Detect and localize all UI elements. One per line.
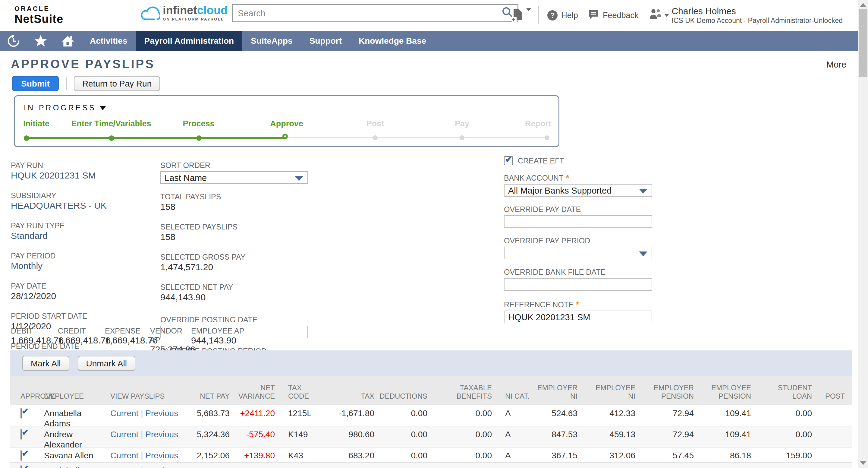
recent-records-icon[interactable] (0, 31, 27, 51)
override-bank-file-date-label: OVERRIDE BANK FILE DATE (504, 267, 652, 277)
search-input[interactable] (233, 8, 502, 19)
table-row: ✔ Daniel Allen Current | Previous 604.15… (10, 462, 852, 468)
scrollbar-thumb[interactable] (859, 9, 867, 77)
pay-run-value[interactable]: HQUK 20201231 SM (11, 170, 107, 181)
users-icon (648, 8, 662, 23)
sort-order-value: Last Name (161, 172, 307, 184)
infinetcloud-logo[interactable]: infinetcloud ON PLATFORM PAYROLL (140, 4, 227, 25)
scroll-down-arrow-icon[interactable] (860, 461, 866, 465)
employee-pension-value: 109.41 (695, 427, 752, 450)
eft-fields-right: ✔ CREATE EFT BANK ACCOUNT* All Major Ban… (504, 156, 652, 323)
feedback-label: Feedback (603, 11, 639, 20)
current-payslip-link[interactable]: Current (110, 409, 138, 418)
col-approve: APPROVE (10, 376, 44, 405)
button-divider (66, 77, 67, 90)
previous-payslip-link[interactable]: Previous (145, 430, 178, 439)
override-pay-date-input[interactable] (504, 215, 652, 228)
sort-order-label: SORT ORDER (160, 160, 308, 170)
shortcuts-star-icon[interactable] (27, 31, 54, 51)
net-pay-value: 5,683.73 (186, 405, 231, 429)
approve-checkbox[interactable]: ✔ (21, 450, 22, 461)
step-label-pay: Pay (455, 119, 469, 128)
sort-order-caret-icon (295, 176, 303, 181)
employee-ap-label: EMPLOYEE AP (191, 326, 244, 335)
create-new-icon[interactable] (511, 8, 531, 23)
net-pay-value: 2,152.06 (186, 447, 231, 462)
previous-payslip-link[interactable]: Previous (145, 409, 178, 418)
pay-run-progress-panel: IN PROGRESS Initiate Enter Time/Variable… (14, 95, 559, 147)
approve-checkbox[interactable]: ✔ (21, 465, 22, 468)
selected-gross-label: SELECTED GROSS PAY (160, 252, 308, 262)
user-role-menu[interactable]: Charles Holmes ICS UK Demo Account - Pay… (648, 6, 843, 25)
pay-date-label: PAY DATE (11, 281, 107, 291)
net-variance-value: +139.80 (231, 447, 276, 462)
nav-item-support[interactable]: Support (301, 31, 350, 51)
employee-name: Savana Allen (44, 447, 110, 462)
col-tax-code: TAXCODE (276, 376, 333, 405)
selected-payslips-value: 158 (160, 232, 308, 242)
return-to-pay-run-button[interactable]: Return to Pay Run (74, 76, 160, 91)
net-variance-value: +2411.20 (231, 405, 276, 429)
nav-item-activities[interactable]: Activities (82, 31, 136, 51)
employee-name: Andrew Alexander (44, 427, 110, 450)
current-payslip-link[interactable]: Current (110, 430, 138, 439)
feedback-menu[interactable]: Feedback (588, 9, 639, 22)
step-dot-pay (460, 136, 464, 140)
ni-cat-value: A (493, 463, 529, 468)
col-employee-pension: EMPLOYEEPENSION (695, 376, 752, 405)
col-net-variance: NETVARIANCE (231, 376, 276, 405)
global-search (232, 4, 518, 22)
tax-code-value: 1250L (276, 463, 333, 468)
subsidiary-value[interactable]: HEADQUARTERS - UK (11, 200, 107, 211)
override-bank-file-date-input[interactable] (504, 278, 652, 291)
previous-payslip-link[interactable]: Previous (145, 451, 178, 460)
progress-status[interactable]: IN PROGRESS (24, 104, 106, 112)
scroll-up-arrow-icon[interactable] (860, 3, 866, 7)
help-menu[interactable]: ? Help (547, 10, 578, 21)
pay-period-value[interactable]: Monthly (11, 261, 107, 271)
approve-checkbox[interactable]: ✔ (21, 429, 22, 440)
checkmark-icon: ✔ (505, 154, 512, 164)
approve-checkbox[interactable]: ✔ (21, 408, 22, 418)
col-employee-ni: EMPLOYEENI (579, 376, 637, 405)
tax-value: 0.00 (333, 463, 375, 468)
bank-account-select[interactable]: All Major Banks Supported (504, 184, 652, 197)
user-account-role: ICS UK Demo Account - Payroll Administra… (672, 16, 843, 25)
ni-cat-value: A (493, 405, 529, 429)
collapse-caret-icon (100, 106, 106, 110)
unmark-all-button[interactable]: Unmark All (78, 356, 135, 371)
user-menu-caret-icon (664, 14, 669, 17)
mark-all-button[interactable]: Mark All (22, 356, 69, 371)
total-payslips-label: TOTAL PAYSLIPS (160, 192, 308, 201)
table-row: ✔ Andrew Alexander Current | Previous 5,… (10, 426, 852, 447)
override-pay-period-label: OVERRIDE PAY PERIOD (504, 236, 652, 245)
nav-item-suiteapps[interactable]: SuiteApps (242, 31, 301, 51)
override-pay-period-select[interactable] (504, 247, 652, 259)
col-employer-ni: EMPLOYERNI (529, 376, 579, 405)
student-loan-value: 0.00 (752, 427, 813, 450)
employer-pension-value: 1.74 (637, 463, 695, 468)
oracle-wordmark: ORACLE (14, 5, 63, 13)
create-eft-checkbox[interactable]: ✔ (504, 156, 513, 165)
current-payslip-link[interactable]: Current (110, 451, 138, 460)
tax-value: -1,671.80 (333, 405, 375, 429)
current-payslip-link[interactable]: Current (110, 466, 138, 468)
pay-run-type-value[interactable]: Standard (11, 230, 107, 241)
step-dot-process (196, 136, 202, 141)
nav-item-knowledge-base[interactable]: Knowledge Base (350, 31, 435, 51)
col-net-pay: NET PAY (186, 376, 231, 405)
nav-item-payroll-administration[interactable]: Payroll Administration (136, 31, 243, 51)
page-title: APPROVE PAYSLIPS (11, 57, 155, 71)
submit-button[interactable]: Submit (12, 76, 59, 91)
more-link[interactable]: More (827, 60, 846, 70)
create-new-caret-icon (526, 8, 531, 11)
selected-net-value: 944,143.90 (160, 292, 308, 303)
vertical-scrollbar[interactable] (858, 0, 868, 468)
home-icon[interactable] (54, 31, 82, 51)
netsuite-logo[interactable]: ORACLE NetSuite (14, 5, 63, 26)
step-label-enter-time: Enter Time/Variables (71, 119, 151, 128)
previous-payslip-link[interactable]: Previous (145, 466, 178, 468)
reference-note-input[interactable]: HQUK 20201231 SM (504, 311, 652, 323)
sort-order-select[interactable]: Last Name (160, 171, 308, 184)
expense-label: EXPENSE (105, 326, 150, 335)
